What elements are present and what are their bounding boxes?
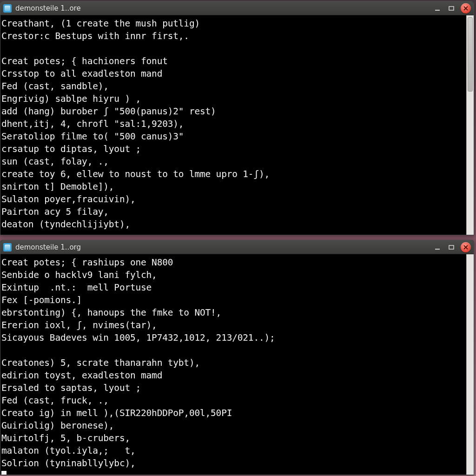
- terminal-line: Fex [-pomions.]: [1, 295, 82, 305]
- terminal-line: sun (cast, folay, .,: [1, 156, 109, 167]
- close-button[interactable]: [461, 3, 471, 13]
- terminal-line: Fed (cast, fruck, .,: [1, 395, 109, 406]
- terminal-line: Crsstop to all exadleston mand: [1, 68, 162, 79]
- terminal-window-1: demonsteile 1..ore Creathant, (1 create …: [0, 1, 474, 235]
- minimize-icon: [434, 244, 441, 251]
- titlebar[interactable]: demonsteile 1..org: [0, 240, 474, 254]
- terminal-line: deaton (tyndechlijiybt),: [1, 219, 130, 230]
- scrollbar-thumb[interactable]: [468, 17, 473, 92]
- window-title: demonsteile 1..ore: [15, 4, 433, 13]
- terminal-body: Creat potes; { rashiups one N800 Senbide…: [0, 254, 474, 475]
- terminal-line: Creat potes; { hachioners fonut: [1, 56, 168, 66]
- minimize-button[interactable]: [433, 4, 442, 13]
- terminal-line: snirton t] Demoble]),: [1, 181, 114, 192]
- terminal-line: Crestor:c Bestups with innr first,.: [1, 31, 189, 41]
- scrollbar[interactable]: [466, 15, 474, 235]
- terminal-line: Muirtolfj, 5, b-crubers,: [1, 433, 130, 443]
- titlebar[interactable]: demonsteile 1..ore: [0, 1, 474, 15]
- terminal-output[interactable]: Creathant, (1 create the mush putlig) Cr…: [0, 15, 466, 235]
- terminal-line: Exintup .nt.: mell Portuse: [1, 282, 152, 293]
- terminal-app-icon: [3, 243, 12, 251]
- terminal-line: Fed (cast, sandble),: [1, 81, 109, 92]
- terminal-line: Creatones) 5, scrate thanarahn tybt),: [1, 357, 200, 368]
- terminal-line: dhent,itj, 4, chrofl "sal:1,9203),: [1, 119, 184, 129]
- terminal-line: Ererion ioxl, ʃ, nvimes(tar),: [1, 320, 157, 331]
- terminal-cursor: [1, 471, 7, 475]
- terminal-line: Creato ig) in mell ),(SIR220hDDPoP,00l,5…: [1, 408, 232, 418]
- terminal-line: create toy 6, ellew to noust to to lmme …: [1, 169, 270, 179]
- terminal-line: add (hang) burober ʃ "500(panus)2" rest): [1, 106, 216, 117]
- terminal-line: Sulaton poyer,fracuivin),: [1, 194, 136, 205]
- terminal-line: edirion toyst, exadleston mamd: [1, 370, 162, 381]
- window-controls: [433, 242, 471, 252]
- terminal-window-2: demonsteile 1..org Creat potes; { rashiu…: [0, 240, 474, 475]
- minimize-icon: [434, 5, 441, 12]
- terminal-line: Seratoliop filme to( "500 canus)3": [1, 131, 184, 142]
- terminal-line: ebrstonting) {, hanoups the fmke to NOT!…: [1, 307, 221, 318]
- terminal-body: Creathant, (1 create the mush putlig) Cr…: [0, 15, 474, 235]
- restore-button[interactable]: [447, 243, 456, 252]
- svg-rect-1: [449, 7, 454, 10]
- close-icon: [463, 245, 469, 250]
- terminal-line: crsatup to diptas, lyout ;: [1, 144, 141, 154]
- terminal-output[interactable]: Creat potes; { rashiups one N800 Senbide…: [0, 254, 466, 475]
- close-icon: [463, 6, 469, 11]
- terminal-line: Solrion (tyninabllylybc),: [1, 458, 136, 469]
- terminal-line: Creathant, (1 create the mush putlig): [1, 18, 200, 29]
- desktop: demonsteile 1..ore Creathant, (1 create …: [0, 0, 476, 476]
- window-controls: [433, 3, 471, 13]
- terminal-line: Creat potes; { rashiups one N800: [1, 257, 173, 268]
- window-title: demonsteile 1..org: [15, 243, 433, 251]
- restore-button[interactable]: [447, 4, 456, 13]
- terminal-line: Guiriolig) beronese),: [1, 420, 114, 431]
- minimize-button[interactable]: [433, 243, 442, 252]
- terminal-app-icon: [3, 4, 12, 13]
- terminal-line: Sicayous Badeves win 1005, 1P7432,1012, …: [1, 332, 275, 343]
- terminal-line: Ersaled to saptas, lyout ;: [1, 383, 141, 393]
- restore-icon: [448, 5, 455, 12]
- terminal-line: Pairton acy 5 filay,: [1, 206, 109, 217]
- svg-rect-5: [449, 245, 454, 249]
- terminal-line: Senbide o hacklv9 lani fylch,: [1, 270, 157, 280]
- scrollbar[interactable]: [466, 254, 474, 475]
- terminal-line: malaton (tyol.iyla,; t,: [1, 445, 136, 456]
- terminal-line: Engrivig) sablpe hiyru ) ,: [1, 93, 141, 104]
- restore-icon: [448, 244, 455, 251]
- close-button[interactable]: [461, 242, 471, 252]
